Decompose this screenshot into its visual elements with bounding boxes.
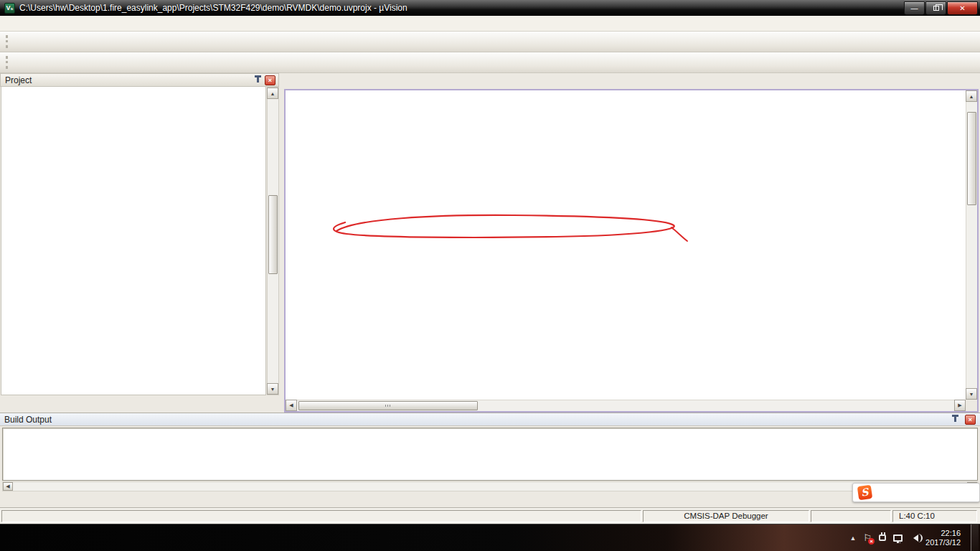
restore-icon [933,6,939,11]
sogou-ime-bar: S [852,483,980,502]
project-panel-tabs [0,395,279,413]
build-output-close-button[interactable]: × [965,415,976,425]
scroll-down-arrow-icon[interactable]: ▼ [267,383,278,395]
clock-time: 22:16 [925,529,961,538]
show-desktop-button[interactable] [971,524,979,551]
action-center-flag-icon[interactable]: ⚐ [863,533,872,542]
editor: ▲ ▼ ◀ ▶ [284,89,979,413]
status-message-cell [1,510,641,522]
scroll-up-arrow-icon[interactable]: ▲ [966,90,977,102]
minimize-button[interactable]: — [904,1,925,15]
volume-icon[interactable] [910,534,918,542]
project-panel-header: Project × [0,73,279,87]
menu-bar [0,16,980,32]
project-panel-title: Project [4,75,251,85]
build-output-content [2,428,978,481]
power-plug-icon[interactable] [879,534,886,541]
editor-vertical-scrollbar[interactable]: ▲ ▼ [966,90,977,400]
network-icon[interactable] [893,534,903,542]
build-output-scrollbar[interactable]: ◀ ▶ [2,481,978,491]
scroll-up-arrow-icon[interactable]: ▲ [267,88,278,99]
debugger-status: CMSIS-DAP Debugger [643,510,809,522]
build-output-tabs [0,493,980,507]
scroll-left-arrow-icon[interactable]: ◀ [3,482,13,491]
project-panel: Project × ▲ ▼ [0,73,279,413]
pin-icon [954,417,956,422]
taskbar: ▲ ⚐ 22:16 2017/3/12 [0,524,980,551]
scroll-right-arrow-icon[interactable]: ▶ [954,400,966,411]
uvision-app-icon: V₅ [4,3,15,14]
editor-tab-bar [284,73,979,89]
toolbar-build [0,52,980,73]
build-output-header: Build Output × [0,413,980,426]
project-close-button[interactable]: × [265,75,275,85]
build-output-pin-button[interactable] [950,415,961,425]
project-pin-button[interactable] [253,75,263,85]
sogou-logo-icon[interactable]: S [857,485,872,500]
toolbar-main [0,32,980,52]
status-bar: CMSIS-DAP Debugger L:40 C:10 [0,507,980,524]
title-bar: V₅ C:\Users\hw\Desktop\1.fire_easylink_a… [0,0,980,16]
project-tree [1,87,266,395]
window-title: C:\Users\hw\Desktop\1.fire_easylink_app\… [19,3,407,13]
cursor-position: L:40 C:10 [892,510,977,522]
scroll-left-arrow-icon[interactable]: ◀ [286,400,297,411]
project-tree-scrollbar[interactable]: ▲ ▼ [267,87,279,395]
clock-date: 2017/3/12 [925,538,961,547]
scroll-thumb[interactable] [967,112,976,205]
uvision-window: V₅ C:\Users\hw\Desktop\1.fire_easylink_a… [0,0,980,551]
scroll-thumb[interactable] [268,195,278,274]
tray-expand-icon[interactable]: ▲ [849,534,856,542]
scrollbar-corner [966,400,977,411]
pin-icon [257,77,259,83]
restore-button[interactable] [925,1,946,15]
code-area[interactable] [286,90,966,400]
taskbar-clock[interactable]: 22:16 2017/3/12 [925,529,963,547]
system-tray: ▲ ⚐ 22:16 2017/3/12 [849,524,980,551]
scroll-thumb[interactable] [298,401,478,410]
build-output-title: Build Output [4,415,52,425]
close-button[interactable]: ✕ [947,1,978,15]
scroll-down-arrow-icon[interactable]: ▼ [966,388,977,400]
editor-horizontal-scrollbar[interactable]: ◀ ▶ [286,400,966,411]
status-spacer-cell [811,510,891,522]
